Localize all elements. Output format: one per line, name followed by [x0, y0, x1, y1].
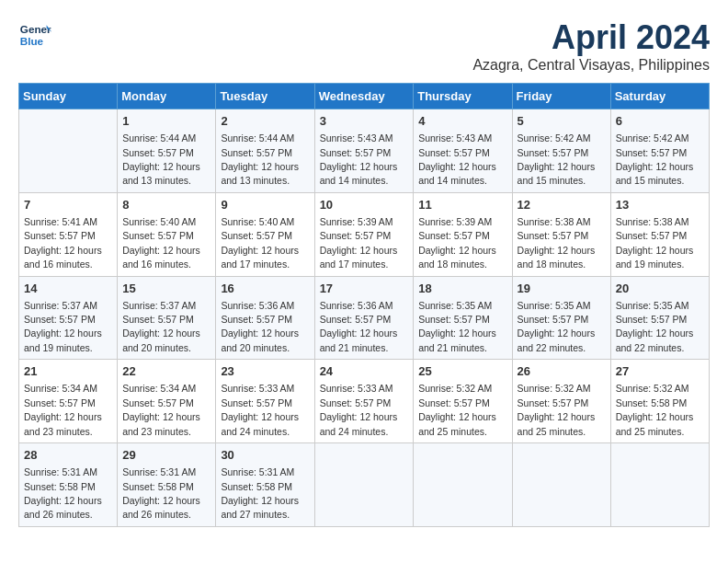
calendar-week-row: 21Sunrise: 5:34 AM Sunset: 5:57 PM Dayli… — [19, 360, 710, 443]
day-info: Sunrise: 5:32 AM Sunset: 5:57 PM Dayligh… — [518, 383, 596, 436]
day-info: Sunrise: 5:32 AM Sunset: 5:58 PM Dayligh… — [616, 383, 694, 436]
calendar-week-row: 14Sunrise: 5:37 AM Sunset: 5:57 PM Dayli… — [19, 276, 710, 360]
calendar-day-cell: 21Sunrise: 5:34 AM Sunset: 5:57 PM Dayli… — [19, 360, 118, 443]
day-info: Sunrise: 5:36 AM Sunset: 5:57 PM Dayligh… — [320, 300, 398, 353]
day-number: 27 — [616, 363, 704, 380]
day-number: 3 — [320, 113, 409, 130]
day-number: 20 — [616, 281, 704, 297]
day-info: Sunrise: 5:35 AM Sunset: 5:57 PM Dayligh… — [518, 300, 596, 353]
day-number: 8 — [122, 197, 210, 213]
day-info: Sunrise: 5:33 AM Sunset: 5:57 PM Dayligh… — [221, 383, 299, 436]
weekday-header: Saturday — [610, 84, 709, 109]
calendar-day-cell: 1Sunrise: 5:44 AM Sunset: 5:57 PM Daylig… — [118, 109, 216, 193]
day-number: 10 — [320, 197, 409, 213]
day-info: Sunrise: 5:38 AM Sunset: 5:57 PM Dayligh… — [518, 216, 596, 270]
day-number: 6 — [616, 113, 704, 130]
day-number: 18 — [418, 281, 506, 297]
logo: General Blue — [18, 18, 51, 52]
weekday-header: Thursday — [414, 84, 512, 109]
day-info: Sunrise: 5:37 AM Sunset: 5:57 PM Dayligh… — [24, 300, 102, 353]
day-info: Sunrise: 5:41 AM Sunset: 5:57 PM Dayligh… — [24, 216, 102, 270]
calendar-day-cell: 9Sunrise: 5:40 AM Sunset: 5:57 PM Daylig… — [216, 192, 314, 276]
day-info: Sunrise: 5:31 AM Sunset: 5:58 PM Dayligh… — [122, 466, 200, 520]
day-info: Sunrise: 5:32 AM Sunset: 5:57 PM Dayligh… — [418, 383, 496, 436]
calendar-day-cell: 13Sunrise: 5:38 AM Sunset: 5:57 PM Dayli… — [610, 192, 709, 276]
day-info: Sunrise: 5:34 AM Sunset: 5:57 PM Dayligh… — [122, 383, 200, 436]
day-info: Sunrise: 5:36 AM Sunset: 5:57 PM Dayligh… — [221, 300, 299, 353]
calendar-day-cell: 15Sunrise: 5:37 AM Sunset: 5:57 PM Dayli… — [118, 276, 216, 360]
weekday-header: Sunday — [19, 84, 118, 109]
location: Azagra, Central Visayas, Philippines — [472, 57, 710, 74]
day-info: Sunrise: 5:37 AM Sunset: 5:57 PM Dayligh… — [122, 300, 200, 353]
day-number: 13 — [616, 197, 704, 213]
calendar-week-row: 28Sunrise: 5:31 AM Sunset: 5:58 PM Dayli… — [19, 443, 710, 527]
calendar-day-cell: 28Sunrise: 5:31 AM Sunset: 5:58 PM Dayli… — [19, 443, 118, 527]
calendar-week-row: 1Sunrise: 5:44 AM Sunset: 5:57 PM Daylig… — [19, 109, 710, 193]
day-info: Sunrise: 5:38 AM Sunset: 5:57 PM Dayligh… — [616, 216, 694, 270]
day-number: 23 — [221, 363, 309, 380]
calendar-day-cell: 24Sunrise: 5:33 AM Sunset: 5:57 PM Dayli… — [314, 360, 414, 443]
weekday-header: Tuesday — [216, 84, 314, 109]
calendar-day-cell: 16Sunrise: 5:36 AM Sunset: 5:57 PM Dayli… — [216, 276, 314, 360]
day-number: 12 — [518, 197, 606, 213]
day-info: Sunrise: 5:42 AM Sunset: 5:57 PM Dayligh… — [518, 132, 596, 186]
calendar-day-cell: 25Sunrise: 5:32 AM Sunset: 5:57 PM Dayli… — [414, 360, 512, 443]
day-info: Sunrise: 5:44 AM Sunset: 5:57 PM Dayligh… — [122, 132, 200, 186]
calendar-day-cell — [610, 443, 709, 527]
day-info: Sunrise: 5:35 AM Sunset: 5:57 PM Dayligh… — [616, 300, 694, 353]
calendar-day-cell: 2Sunrise: 5:44 AM Sunset: 5:57 PM Daylig… — [216, 109, 314, 193]
day-number: 4 — [418, 113, 506, 130]
day-number: 19 — [518, 281, 606, 297]
calendar-day-cell: 3Sunrise: 5:43 AM Sunset: 5:57 PM Daylig… — [314, 109, 414, 193]
calendar-day-cell: 20Sunrise: 5:35 AM Sunset: 5:57 PM Dayli… — [610, 276, 709, 360]
day-info: Sunrise: 5:43 AM Sunset: 5:57 PM Dayligh… — [320, 132, 398, 186]
day-info: Sunrise: 5:35 AM Sunset: 5:57 PM Dayligh… — [418, 300, 496, 353]
day-number: 15 — [122, 281, 210, 297]
day-number: 2 — [221, 113, 309, 130]
calendar-day-cell: 8Sunrise: 5:40 AM Sunset: 5:57 PM Daylig… — [118, 192, 216, 276]
calendar-day-cell: 22Sunrise: 5:34 AM Sunset: 5:57 PM Dayli… — [118, 360, 216, 443]
weekday-header: Friday — [512, 84, 610, 109]
day-number: 25 — [418, 363, 506, 380]
calendar-day-cell — [314, 443, 414, 527]
calendar-header: SundayMondayTuesdayWednesdayThursdayFrid… — [19, 84, 710, 109]
calendar-day-cell: 17Sunrise: 5:36 AM Sunset: 5:57 PM Dayli… — [314, 276, 414, 360]
day-info: Sunrise: 5:39 AM Sunset: 5:57 PM Dayligh… — [418, 216, 496, 270]
day-info: Sunrise: 5:42 AM Sunset: 5:57 PM Dayligh… — [616, 132, 694, 186]
calendar-day-cell: 18Sunrise: 5:35 AM Sunset: 5:57 PM Dayli… — [414, 276, 512, 360]
day-number: 17 — [320, 281, 409, 297]
title-block: April 2024 Azagra, Central Visayas, Phil… — [472, 18, 710, 74]
calendar-day-cell: 14Sunrise: 5:37 AM Sunset: 5:57 PM Dayli… — [19, 276, 118, 360]
month-title: April 2024 — [472, 18, 710, 57]
svg-text:General: General — [20, 23, 51, 35]
calendar-day-cell: 4Sunrise: 5:43 AM Sunset: 5:57 PM Daylig… — [414, 109, 512, 193]
weekday-row: SundayMondayTuesdayWednesdayThursdayFrid… — [19, 84, 710, 109]
calendar-day-cell: 27Sunrise: 5:32 AM Sunset: 5:58 PM Dayli… — [610, 360, 709, 443]
day-info: Sunrise: 5:40 AM Sunset: 5:57 PM Dayligh… — [122, 216, 200, 270]
calendar-day-cell: 7Sunrise: 5:41 AM Sunset: 5:57 PM Daylig… — [19, 192, 118, 276]
day-number: 11 — [418, 197, 506, 213]
calendar-day-cell: 10Sunrise: 5:39 AM Sunset: 5:57 PM Dayli… — [314, 192, 414, 276]
weekday-header: Monday — [118, 84, 216, 109]
day-info: Sunrise: 5:33 AM Sunset: 5:57 PM Dayligh… — [320, 383, 398, 436]
day-info: Sunrise: 5:34 AM Sunset: 5:57 PM Dayligh… — [24, 383, 102, 436]
calendar-day-cell: 23Sunrise: 5:33 AM Sunset: 5:57 PM Dayli… — [216, 360, 314, 443]
day-number: 28 — [24, 447, 112, 464]
day-number: 7 — [24, 197, 112, 213]
calendar-day-cell: 30Sunrise: 5:31 AM Sunset: 5:58 PM Dayli… — [216, 443, 314, 527]
day-number: 26 — [518, 363, 606, 380]
calendar-table: SundayMondayTuesdayWednesdayThursdayFrid… — [18, 83, 710, 527]
calendar-day-cell: 19Sunrise: 5:35 AM Sunset: 5:57 PM Dayli… — [512, 276, 610, 360]
svg-text:Blue: Blue — [20, 35, 44, 47]
day-number: 21 — [24, 363, 112, 380]
calendar-day-cell: 6Sunrise: 5:42 AM Sunset: 5:57 PM Daylig… — [610, 109, 709, 193]
calendar-day-cell — [19, 109, 118, 193]
day-number: 22 — [122, 363, 210, 380]
day-number: 5 — [518, 113, 606, 130]
day-info: Sunrise: 5:40 AM Sunset: 5:57 PM Dayligh… — [221, 216, 299, 270]
logo-icon: General Blue — [18, 18, 51, 52]
day-number: 9 — [221, 197, 309, 213]
day-info: Sunrise: 5:39 AM Sunset: 5:57 PM Dayligh… — [320, 216, 398, 270]
day-number: 14 — [24, 281, 112, 297]
calendar-day-cell — [512, 443, 610, 527]
